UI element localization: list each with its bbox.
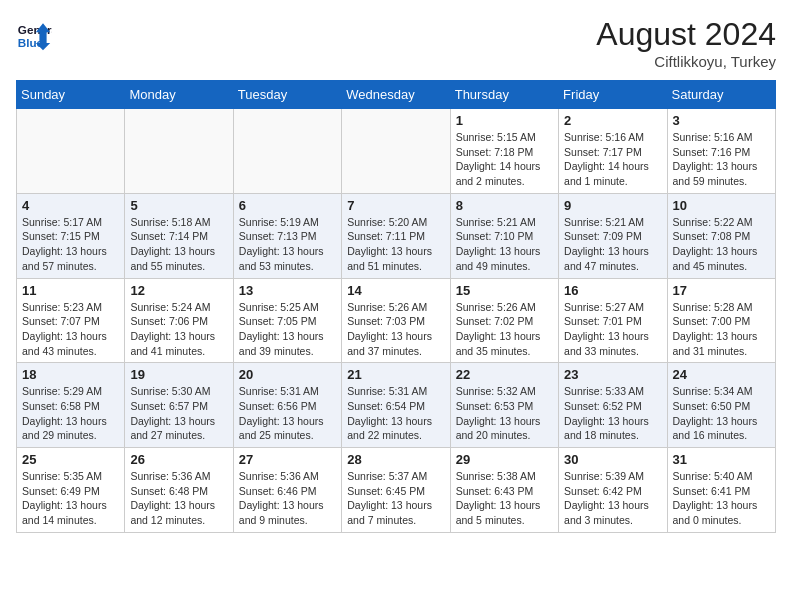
day-number: 25 [22, 452, 119, 467]
day-header-saturday: Saturday [667, 81, 775, 109]
calendar-day-cell: 25Sunrise: 5:35 AM Sunset: 6:49 PM Dayli… [17, 448, 125, 533]
day-info: Sunrise: 5:16 AM Sunset: 7:16 PM Dayligh… [673, 130, 770, 189]
month-year-title: August 2024 [596, 16, 776, 53]
calendar-day-cell: 24Sunrise: 5:34 AM Sunset: 6:50 PM Dayli… [667, 363, 775, 448]
day-info: Sunrise: 5:27 AM Sunset: 7:01 PM Dayligh… [564, 300, 661, 359]
calendar-day-cell: 14Sunrise: 5:26 AM Sunset: 7:03 PM Dayli… [342, 278, 450, 363]
day-info: Sunrise: 5:39 AM Sunset: 6:42 PM Dayligh… [564, 469, 661, 528]
day-number: 27 [239, 452, 336, 467]
calendar-day-cell: 8Sunrise: 5:21 AM Sunset: 7:10 PM Daylig… [450, 193, 558, 278]
day-header-wednesday: Wednesday [342, 81, 450, 109]
day-info: Sunrise: 5:40 AM Sunset: 6:41 PM Dayligh… [673, 469, 770, 528]
day-number: 10 [673, 198, 770, 213]
day-number: 22 [456, 367, 553, 382]
calendar-week-row: 25Sunrise: 5:35 AM Sunset: 6:49 PM Dayli… [17, 448, 776, 533]
day-info: Sunrise: 5:15 AM Sunset: 7:18 PM Dayligh… [456, 130, 553, 189]
day-number: 2 [564, 113, 661, 128]
day-info: Sunrise: 5:25 AM Sunset: 7:05 PM Dayligh… [239, 300, 336, 359]
day-header-friday: Friday [559, 81, 667, 109]
calendar-day-cell: 1Sunrise: 5:15 AM Sunset: 7:18 PM Daylig… [450, 109, 558, 194]
day-number: 29 [456, 452, 553, 467]
day-number: 16 [564, 283, 661, 298]
calendar-week-row: 11Sunrise: 5:23 AM Sunset: 7:07 PM Dayli… [17, 278, 776, 363]
day-number: 6 [239, 198, 336, 213]
day-header-tuesday: Tuesday [233, 81, 341, 109]
day-info: Sunrise: 5:20 AM Sunset: 7:11 PM Dayligh… [347, 215, 444, 274]
calendar-day-cell: 18Sunrise: 5:29 AM Sunset: 6:58 PM Dayli… [17, 363, 125, 448]
day-info: Sunrise: 5:30 AM Sunset: 6:57 PM Dayligh… [130, 384, 227, 443]
calendar-day-cell: 2Sunrise: 5:16 AM Sunset: 7:17 PM Daylig… [559, 109, 667, 194]
location-subtitle: Ciftlikkoyu, Turkey [596, 53, 776, 70]
day-info: Sunrise: 5:18 AM Sunset: 7:14 PM Dayligh… [130, 215, 227, 274]
day-info: Sunrise: 5:31 AM Sunset: 6:54 PM Dayligh… [347, 384, 444, 443]
calendar-day-cell: 13Sunrise: 5:25 AM Sunset: 7:05 PM Dayli… [233, 278, 341, 363]
day-info: Sunrise: 5:31 AM Sunset: 6:56 PM Dayligh… [239, 384, 336, 443]
day-number: 3 [673, 113, 770, 128]
day-number: 21 [347, 367, 444, 382]
day-info: Sunrise: 5:21 AM Sunset: 7:10 PM Dayligh… [456, 215, 553, 274]
calendar-day-cell: 31Sunrise: 5:40 AM Sunset: 6:41 PM Dayli… [667, 448, 775, 533]
day-number: 24 [673, 367, 770, 382]
day-info: Sunrise: 5:37 AM Sunset: 6:45 PM Dayligh… [347, 469, 444, 528]
calendar-week-row: 4Sunrise: 5:17 AM Sunset: 7:15 PM Daylig… [17, 193, 776, 278]
day-info: Sunrise: 5:38 AM Sunset: 6:43 PM Dayligh… [456, 469, 553, 528]
calendar-day-cell: 7Sunrise: 5:20 AM Sunset: 7:11 PM Daylig… [342, 193, 450, 278]
calendar-day-cell: 30Sunrise: 5:39 AM Sunset: 6:42 PM Dayli… [559, 448, 667, 533]
calendar-day-cell: 29Sunrise: 5:38 AM Sunset: 6:43 PM Dayli… [450, 448, 558, 533]
calendar-day-cell: 16Sunrise: 5:27 AM Sunset: 7:01 PM Dayli… [559, 278, 667, 363]
calendar-day-cell: 26Sunrise: 5:36 AM Sunset: 6:48 PM Dayli… [125, 448, 233, 533]
day-info: Sunrise: 5:33 AM Sunset: 6:52 PM Dayligh… [564, 384, 661, 443]
calendar-day-cell [17, 109, 125, 194]
day-info: Sunrise: 5:23 AM Sunset: 7:07 PM Dayligh… [22, 300, 119, 359]
calendar-day-cell: 10Sunrise: 5:22 AM Sunset: 7:08 PM Dayli… [667, 193, 775, 278]
title-block: August 2024 Ciftlikkoyu, Turkey [596, 16, 776, 70]
day-number: 17 [673, 283, 770, 298]
day-info: Sunrise: 5:21 AM Sunset: 7:09 PM Dayligh… [564, 215, 661, 274]
calendar-day-cell [342, 109, 450, 194]
day-info: Sunrise: 5:22 AM Sunset: 7:08 PM Dayligh… [673, 215, 770, 274]
day-header-thursday: Thursday [450, 81, 558, 109]
day-number: 28 [347, 452, 444, 467]
logo: General Blue [16, 16, 52, 52]
calendar-day-cell [233, 109, 341, 194]
calendar-day-cell: 19Sunrise: 5:30 AM Sunset: 6:57 PM Dayli… [125, 363, 233, 448]
day-number: 9 [564, 198, 661, 213]
day-info: Sunrise: 5:19 AM Sunset: 7:13 PM Dayligh… [239, 215, 336, 274]
calendar-day-cell: 28Sunrise: 5:37 AM Sunset: 6:45 PM Dayli… [342, 448, 450, 533]
day-header-monday: Monday [125, 81, 233, 109]
calendar-table: SundayMondayTuesdayWednesdayThursdayFrid… [16, 80, 776, 533]
day-number: 5 [130, 198, 227, 213]
day-info: Sunrise: 5:26 AM Sunset: 7:03 PM Dayligh… [347, 300, 444, 359]
page-header: General Blue August 2024 Ciftlikkoyu, Tu… [16, 16, 776, 70]
calendar-day-cell: 21Sunrise: 5:31 AM Sunset: 6:54 PM Dayli… [342, 363, 450, 448]
calendar-day-cell: 15Sunrise: 5:26 AM Sunset: 7:02 PM Dayli… [450, 278, 558, 363]
day-number: 13 [239, 283, 336, 298]
logo-icon: General Blue [16, 16, 52, 52]
calendar-day-cell: 23Sunrise: 5:33 AM Sunset: 6:52 PM Dayli… [559, 363, 667, 448]
day-info: Sunrise: 5:24 AM Sunset: 7:06 PM Dayligh… [130, 300, 227, 359]
day-number: 20 [239, 367, 336, 382]
calendar-day-cell: 27Sunrise: 5:36 AM Sunset: 6:46 PM Dayli… [233, 448, 341, 533]
day-number: 14 [347, 283, 444, 298]
day-number: 8 [456, 198, 553, 213]
calendar-day-cell: 5Sunrise: 5:18 AM Sunset: 7:14 PM Daylig… [125, 193, 233, 278]
day-info: Sunrise: 5:34 AM Sunset: 6:50 PM Dayligh… [673, 384, 770, 443]
calendar-week-row: 1Sunrise: 5:15 AM Sunset: 7:18 PM Daylig… [17, 109, 776, 194]
day-number: 15 [456, 283, 553, 298]
day-number: 12 [130, 283, 227, 298]
day-number: 18 [22, 367, 119, 382]
calendar-day-cell: 11Sunrise: 5:23 AM Sunset: 7:07 PM Dayli… [17, 278, 125, 363]
day-number: 4 [22, 198, 119, 213]
day-number: 23 [564, 367, 661, 382]
day-info: Sunrise: 5:35 AM Sunset: 6:49 PM Dayligh… [22, 469, 119, 528]
calendar-day-cell: 20Sunrise: 5:31 AM Sunset: 6:56 PM Dayli… [233, 363, 341, 448]
day-info: Sunrise: 5:26 AM Sunset: 7:02 PM Dayligh… [456, 300, 553, 359]
day-info: Sunrise: 5:17 AM Sunset: 7:15 PM Dayligh… [22, 215, 119, 274]
day-info: Sunrise: 5:16 AM Sunset: 7:17 PM Dayligh… [564, 130, 661, 189]
day-number: 19 [130, 367, 227, 382]
calendar-day-cell: 3Sunrise: 5:16 AM Sunset: 7:16 PM Daylig… [667, 109, 775, 194]
calendar-day-cell: 12Sunrise: 5:24 AM Sunset: 7:06 PM Dayli… [125, 278, 233, 363]
day-number: 31 [673, 452, 770, 467]
calendar-day-cell: 6Sunrise: 5:19 AM Sunset: 7:13 PM Daylig… [233, 193, 341, 278]
day-number: 11 [22, 283, 119, 298]
